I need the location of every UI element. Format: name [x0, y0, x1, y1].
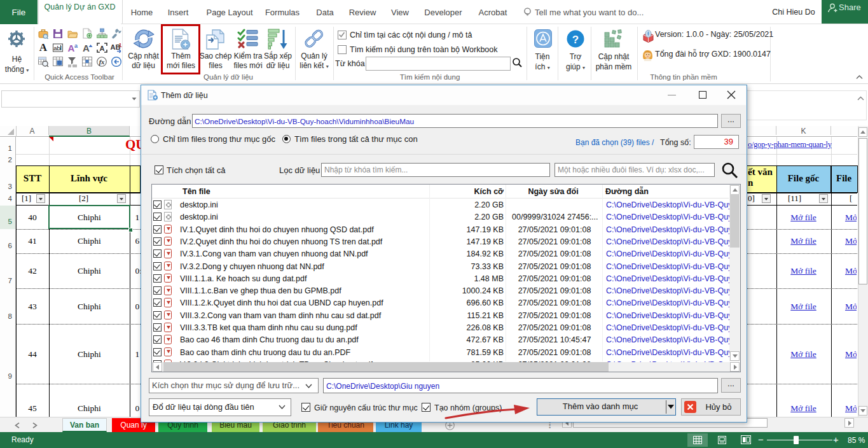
- svg-text:A: A: [83, 43, 90, 53]
- svg-text:a: a: [74, 43, 78, 49]
- svg-text:abl: abl: [53, 45, 62, 52]
- svg-text:A: A: [100, 45, 105, 52]
- svg-text:?: ?: [572, 34, 579, 46]
- svg-text:A: A: [39, 41, 48, 53]
- svg-text:A: A: [68, 43, 75, 53]
- svg-text:fx: fx: [99, 59, 105, 66]
- svg-text:1: 1: [118, 42, 121, 48]
